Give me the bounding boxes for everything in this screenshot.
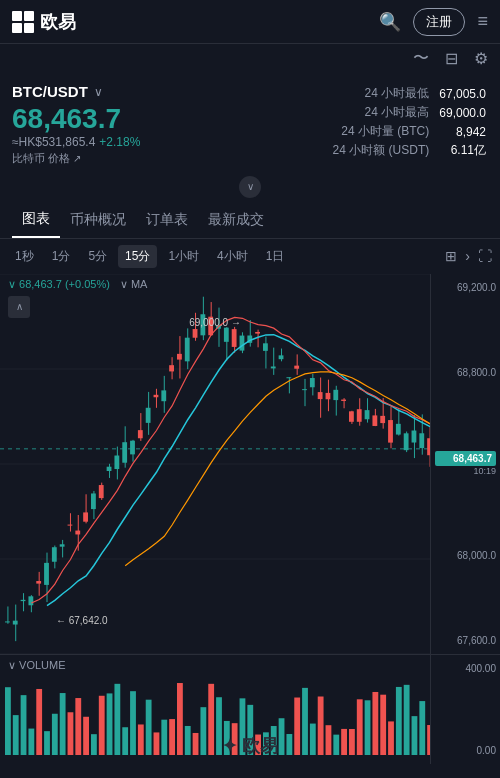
chart-ma-label: ∨ MA <box>120 278 148 291</box>
stat-label: 24 小时最低 <box>333 85 438 102</box>
pair-row: BTC/USDT ∨ <box>12 83 140 100</box>
time-1d[interactable]: 1日 <box>259 245 292 268</box>
expand-chart-icon[interactable]: › <box>465 248 470 264</box>
volume-section: ∨ VOLUME 400.00 0.00 ✦ 欧易 <box>0 654 500 764</box>
tabs-row: 图表 币种概况 订单表 最新成交 <box>0 202 500 239</box>
price-stats: 24 小时最低67,005.024 小时最高69,000.024 小时量 (BT… <box>331 83 488 161</box>
time-1s[interactable]: 1秒 <box>8 245 41 268</box>
logo-text: 欧易 <box>40 10 76 34</box>
candle-type-icon[interactable]: ⊞ <box>445 248 457 264</box>
stats-row: 24 小时量 (BTC)8,942 <box>333 123 486 140</box>
stat-value: 67,005.0 <box>439 85 486 102</box>
chart-container: ∨ 68,463.7 (+0.05%) ∨ MA ∧ 69,200.0 68,8… <box>0 274 500 654</box>
current-price-group: 68,463.7 10:19 <box>435 451 496 476</box>
time-15m[interactable]: 15分 <box>118 245 157 268</box>
tab-chart[interactable]: 图表 <box>12 202 60 238</box>
expand-button[interactable]: ∧ <box>8 296 30 318</box>
vol-y-3: 0.00 <box>435 745 496 756</box>
register-button[interactable]: 注册 <box>413 8 465 36</box>
time-5m[interactable]: 5分 <box>81 245 114 268</box>
stat-value: 6.11亿 <box>439 142 486 159</box>
stats-row: 24 小时额 (USDT)6.11亿 <box>333 142 486 159</box>
stat-label: 24 小时量 (BTC) <box>333 123 438 140</box>
stat-value: 8,942 <box>439 123 486 140</box>
watermark: ✦ 欧易 <box>222 734 278 758</box>
collapse-button[interactable]: ∨ <box>239 176 261 198</box>
pair-name: BTC/USDT <box>12 83 88 100</box>
price-tag: 68,463.7 <box>435 451 496 466</box>
tab-orderbook[interactable]: 订单表 <box>136 203 198 237</box>
bitcoin-label: 比特币 价格 ↗ <box>12 151 140 166</box>
stats-row: 24 小时最低67,005.0 <box>333 85 486 102</box>
pair-dropdown-icon[interactable]: ∨ <box>94 85 103 99</box>
search-icon[interactable]: 🔍 <box>379 11 401 33</box>
y-label-2: 68,800.0 <box>435 367 496 378</box>
stat-label: 24 小时最高 <box>333 104 438 121</box>
main-chart-canvas <box>0 274 430 654</box>
time-1m[interactable]: 1分 <box>45 245 78 268</box>
price-change: +2.18% <box>99 135 140 149</box>
chart-price-display: ∨ 68,463.7 (+0.05%) <box>8 278 110 291</box>
vol-y-1: 400.00 <box>435 663 496 674</box>
menu-icon[interactable]: ≡ <box>477 11 488 32</box>
time-4h[interactable]: 4小时 <box>210 245 255 268</box>
time-row-right: ⊞ › ⛶ <box>445 248 492 264</box>
settings-icon[interactable]: ⚙ <box>474 49 488 68</box>
header: 欧易 🔍 注册 ≡ <box>0 0 500 44</box>
stat-label: 24 小时额 (USDT) <box>333 142 438 159</box>
time-row: 1秒 1分 5分 15分 1小时 4小时 1日 ⊞ › ⛶ <box>0 239 500 274</box>
hkd-price: ≈HK$531,865.4 <box>12 135 95 149</box>
chart-info-row: ∨ 68,463.7 (+0.05%) ∨ MA <box>8 278 147 291</box>
logo-icon <box>12 11 34 33</box>
tool-row: 〜 ⊟ ⚙ <box>0 44 500 73</box>
stat-value: 69,000.0 <box>439 104 486 121</box>
stats-row: 24 小时最高69,000.0 <box>333 104 486 121</box>
volume-label: ∨ VOLUME <box>8 659 66 672</box>
time-1h[interactable]: 1小时 <box>161 245 206 268</box>
y-label-1: 69,200.0 <box>435 282 496 293</box>
chart-y-axis: 69,200.0 68,800.0 68,463.7 10:19 68,000.… <box>430 274 500 654</box>
tab-trades[interactable]: 最新成交 <box>198 203 274 237</box>
stats-table: 24 小时最低67,005.024 小时最高69,000.024 小时量 (BT… <box>331 83 488 161</box>
collapse-row: ∨ <box>0 172 500 202</box>
layout-icon[interactable]: ⊟ <box>445 49 458 68</box>
logo: 欧易 <box>12 10 76 34</box>
current-price: 68,463.7 <box>12 104 140 135</box>
header-right: 🔍 注册 ≡ <box>379 8 488 36</box>
y-label-4: 67,600.0 <box>435 635 496 646</box>
external-link-icon: ↗ <box>73 153 81 164</box>
tab-overview[interactable]: 币种概况 <box>60 203 136 237</box>
volume-y-axis: 400.00 0.00 <box>430 655 500 764</box>
y-label-3: 68,000.0 <box>435 550 496 561</box>
price-section: BTC/USDT ∨ 68,463.7 ≈HK$531,865.4 +2.18%… <box>0 73 500 172</box>
activity-icon[interactable]: 〜 <box>413 48 429 69</box>
price-tag-time: 10:19 <box>435 466 496 476</box>
fullscreen-icon[interactable]: ⛶ <box>478 248 492 264</box>
